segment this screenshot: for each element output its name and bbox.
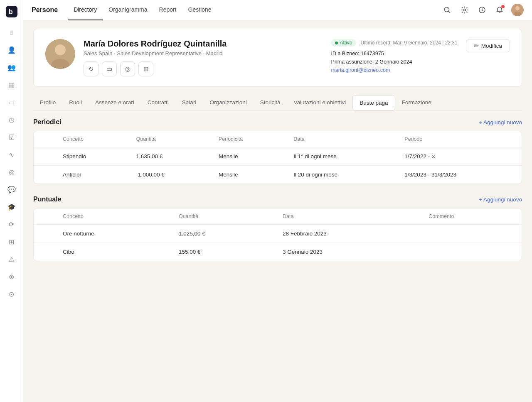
- sidebar-person[interactable]: 👤: [4, 42, 19, 57]
- periodici-section: Periodici + Aggiungi nuovo Concetto Quan…: [33, 118, 522, 184]
- status-badge: Attivo: [331, 39, 356, 47]
- sidebar-calendar[interactable]: ▭: [4, 95, 19, 110]
- tab-valutazioni[interactable]: Valutazioni e obiettivi: [287, 95, 352, 110]
- sidebar: b ⌂ 👤 👥 ▦ ▭ ◷ ☑ ∿ ◎ 💬 🎓 ⟳ ⊞ ⚠ ⊕ ⊙: [0, 0, 23, 402]
- notifications-icon[interactable]: [494, 4, 505, 16]
- last-record: Ultimo record: Mar, 9 Gennaio, 2024 | 22…: [360, 40, 457, 46]
- cell-concetto: Anticipi: [54, 166, 128, 184]
- settings-icon[interactable]: [459, 4, 470, 16]
- periodici-table: Concetto Quantità Periodicità Data Perio…: [33, 131, 522, 184]
- puntuale-header-row: Concetto Quantità Data Commento: [34, 208, 522, 225]
- status-row: Attivo Ultimo record: Mar, 9 Gennaio, 20…: [331, 39, 457, 47]
- periodici-add-button[interactable]: + Aggiungi nuovo: [479, 119, 522, 125]
- periodici-header-row: Concetto Quantità Periodicità Data Perio…: [34, 131, 522, 147]
- tab-buste-paga[interactable]: Buste paga: [352, 95, 395, 110]
- sidebar-warning[interactable]: ⚠: [4, 252, 19, 267]
- cell-periodicita: Mensile: [210, 147, 285, 166]
- svg-point-4: [464, 9, 466, 11]
- sidebar-people[interactable]: 👥: [4, 60, 19, 75]
- puntuale-add-button[interactable]: + Aggiungi nuovo: [479, 196, 522, 203]
- row-num-p: [34, 225, 54, 243]
- cell-concetto-p: Ore notturne: [54, 225, 170, 243]
- cell-periodo: 1/7/2022 - ∞: [396, 147, 522, 166]
- svg-point-2: [445, 7, 449, 12]
- periodici-header: Periodici + Aggiungi nuovo: [33, 118, 522, 126]
- cell-quantita: -1.000,00 €: [128, 166, 210, 184]
- user-avatar[interactable]: [511, 4, 524, 16]
- action-refresh-btn[interactable]: ↻: [84, 61, 99, 76]
- svg-line-3: [449, 12, 451, 13]
- nav-gestione[interactable]: Gestione: [182, 0, 217, 20]
- nav-organigramma[interactable]: Organigramma: [103, 0, 153, 20]
- cell-data-p: 3 Gennaio 2023: [274, 243, 420, 261]
- sidebar-home[interactable]: ⌂: [4, 25, 19, 40]
- row-num-p: [34, 243, 54, 261]
- table-row: Stipendio 1.635,00 € Mensile Il 1° di og…: [34, 147, 522, 166]
- col-num-header: [34, 131, 54, 147]
- pencil-icon: ✏: [474, 42, 479, 49]
- cell-concetto: Stipendio: [54, 147, 128, 166]
- tab-contratti[interactable]: Contratti: [141, 95, 175, 110]
- col-num-header-p: [34, 208, 54, 225]
- col-commento-header-p: Commento: [420, 208, 522, 225]
- notification-dot: [501, 5, 505, 8]
- nav-links: Directory Organigramma Report Gestione: [68, 0, 441, 20]
- main-area: Persone Directory Organigramma Report Ge…: [23, 0, 532, 402]
- modify-button[interactable]: ✏ Modifica: [466, 39, 510, 52]
- row-num: [34, 166, 54, 184]
- table-row: Anticipi -1.000,00 € Mensile Il 20 di og…: [34, 166, 522, 184]
- col-quantita-header: Quantità: [128, 131, 210, 147]
- action-doc-btn[interactable]: ▭: [102, 61, 117, 76]
- puntuale-section: Puntuale + Aggiungi nuovo Concetto Quant…: [33, 196, 522, 261]
- col-data-header-p: Data: [274, 208, 420, 225]
- sidebar-graph[interactable]: ∿: [4, 147, 19, 162]
- cell-concetto-p: Cibo: [54, 243, 170, 261]
- profile-action-buttons: ↻ ▭ ◎ ⊞: [84, 61, 323, 76]
- app-logo[interactable]: b: [5, 5, 18, 18]
- sidebar-time2[interactable]: ⊙: [4, 287, 19, 302]
- tab-salari[interactable]: Salari: [175, 95, 203, 110]
- sidebar-chart-bar[interactable]: ▦: [4, 77, 19, 92]
- nav-report[interactable]: Report: [153, 0, 182, 20]
- sidebar-chat[interactable]: 💬: [4, 182, 19, 197]
- action-tag-btn[interactable]: ⊞: [138, 61, 153, 76]
- sidebar-money[interactable]: ⟳: [4, 217, 19, 232]
- cell-data-p: 28 Febbraio 2023: [274, 225, 420, 243]
- profile-card: María Dolores Rodríguez Quintanilla Sale…: [33, 29, 522, 87]
- tab-storicita[interactable]: Storicità: [254, 95, 287, 110]
- col-concetto-header-p: Concetto: [54, 208, 170, 225]
- col-concetto-header: Concetto: [54, 131, 128, 147]
- tab-assenze[interactable]: Assenze e orari: [89, 95, 141, 110]
- sidebar-dashboard2[interactable]: ⊞: [4, 234, 19, 249]
- cell-quantita: 1.635,00 €: [128, 147, 210, 166]
- col-periodo-header: Periodo: [396, 131, 522, 147]
- tab-ruoli[interactable]: Ruoli: [62, 95, 89, 110]
- timer-icon[interactable]: [476, 4, 488, 16]
- periodici-title: Periodici: [33, 118, 62, 126]
- action-target-btn[interactable]: ◎: [120, 61, 135, 76]
- page-content: María Dolores Rodríguez Quintanilla Sale…: [23, 20, 532, 402]
- puntuale-title: Puntuale: [33, 196, 62, 203]
- status-label: Attivo: [340, 40, 352, 46]
- nav-directory[interactable]: Directory: [68, 0, 103, 20]
- svg-text:b: b: [9, 8, 13, 15]
- cell-quantita-p: 155,00 €: [170, 243, 274, 261]
- tab-profilo[interactable]: Profilo: [33, 95, 62, 110]
- sidebar-target[interactable]: ◎: [4, 164, 19, 179]
- sidebar-clock[interactable]: ◷: [4, 112, 19, 127]
- cell-periodicita: Mensile: [210, 166, 285, 184]
- cell-commento-p: [420, 243, 522, 261]
- puntuale-table: Concetto Quantità Data Commento Ore nott…: [33, 208, 522, 261]
- profile-name: María Dolores Rodríguez Quintanilla: [84, 39, 323, 49]
- tab-formazione[interactable]: Formazione: [395, 95, 438, 110]
- svg-point-7: [515, 6, 520, 10]
- profile-email[interactable]: maria.gironi@bizneo.com: [331, 67, 457, 73]
- sidebar-graduation[interactable]: 🎓: [4, 199, 19, 214]
- sidebar-add-person[interactable]: ⊕: [4, 269, 19, 284]
- tab-organizzazioni[interactable]: Organizzazioni: [203, 95, 253, 110]
- search-icon[interactable]: [441, 4, 453, 16]
- profile-id-row: ID a Bizneo: 16473975: [331, 51, 457, 56]
- status-dot: [335, 42, 338, 44]
- profile-meta: Attivo Ultimo record: Mar, 9 Gennaio, 20…: [331, 39, 457, 73]
- sidebar-checklist[interactable]: ☑: [4, 130, 19, 145]
